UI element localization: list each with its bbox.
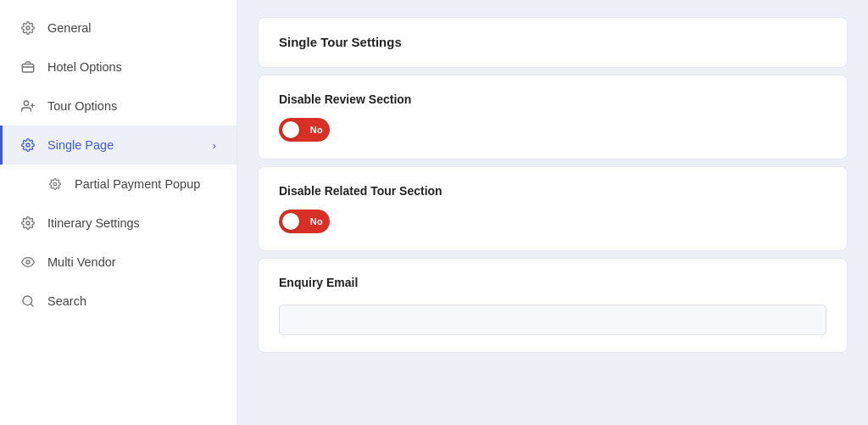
toggle-state-label: No <box>310 216 323 226</box>
svg-point-0 <box>26 26 30 30</box>
disable-review-toggle-wrap: No <box>279 118 826 142</box>
sidebar-item-label: Itinerary Settings <box>47 216 140 230</box>
search-icon <box>20 294 36 309</box>
disable-related-label: Disable Related Tour Section <box>279 184 826 198</box>
sidebar-item-label: Tour Options <box>47 99 117 113</box>
gear-icon <box>20 20 36 36</box>
gear-icon <box>20 215 36 231</box>
section-disable-related: Disable Related Tour Section No <box>258 166 848 251</box>
sidebar-item-label: Multi Vendor <box>47 255 116 269</box>
svg-point-3 <box>24 101 28 105</box>
sidebar-item-search[interactable]: Search <box>0 282 236 321</box>
sidebar-item-general[interactable]: General <box>0 8 236 48</box>
sidebar-item-multi-vendor[interactable]: Multi Vendor <box>0 243 236 282</box>
section-title: Single Tour Settings <box>279 35 402 49</box>
enquiry-email-input[interactable] <box>279 305 826 335</box>
tour-icon <box>20 98 36 114</box>
gear-icon <box>47 176 63 192</box>
sidebar-item-label: Single Page <box>47 138 114 152</box>
enquiry-email-label: Enquiry Email <box>279 276 826 289</box>
sidebar-item-label: General <box>47 21 92 35</box>
toggle-state-label: No <box>310 125 323 135</box>
sidebar-item-label: Hotel Options <box>47 60 122 74</box>
gear-icon <box>20 137 36 153</box>
sidebar-item-tour-options[interactable]: Tour Options <box>0 87 236 126</box>
svg-line-11 <box>31 304 33 306</box>
sidebar: General Hotel Options Tour Options Singl… <box>0 0 237 425</box>
main-content: Single Tour Settings Disable Review Sect… <box>237 0 868 425</box>
svg-point-8 <box>26 221 30 225</box>
sidebar-item-partial-payment[interactable]: Partial Payment Popup <box>0 165 236 204</box>
section-single-tour-settings: Single Tour Settings <box>258 17 848 68</box>
svg-point-6 <box>26 143 30 147</box>
sidebar-item-label: Search <box>47 294 86 308</box>
disable-review-label: Disable Review Section <box>279 92 826 106</box>
sidebar-item-single-page[interactable]: Single Page › <box>0 126 236 165</box>
hotel-icon <box>20 59 36 75</box>
toggle-knob <box>282 121 299 138</box>
toggle-knob <box>282 213 299 230</box>
section-disable-review: Disable Review Section No <box>258 75 848 159</box>
svg-point-7 <box>53 182 57 186</box>
disable-related-toggle-wrap: No <box>279 210 826 233</box>
sidebar-item-hotel-options[interactable]: Hotel Options <box>0 48 236 87</box>
sidebar-item-label: Partial Payment Popup <box>75 177 200 191</box>
disable-related-toggle[interactable]: No <box>279 210 330 233</box>
svg-rect-1 <box>22 64 33 72</box>
chevron-right-icon: › <box>213 139 216 152</box>
section-enquiry-email: Enquiry Email <box>258 258 848 353</box>
disable-review-toggle[interactable]: No <box>279 118 330 142</box>
eye-icon <box>20 254 36 270</box>
svg-point-9 <box>26 260 30 264</box>
sidebar-item-itinerary-settings[interactable]: Itinerary Settings <box>0 204 236 243</box>
